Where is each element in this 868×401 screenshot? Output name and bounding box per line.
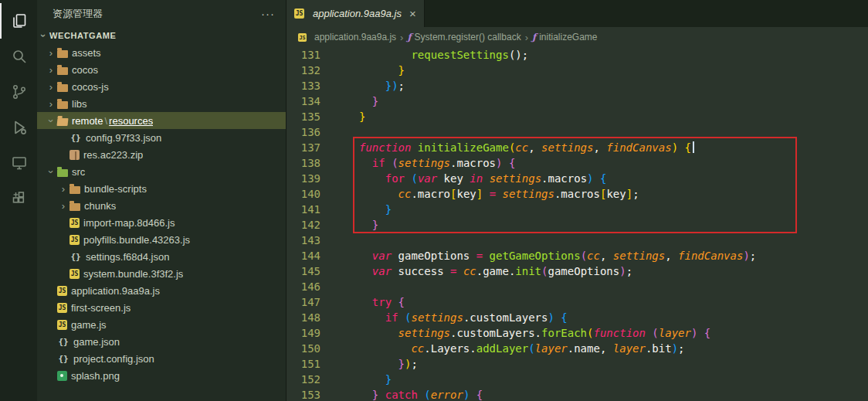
tree-item-first-screen-js[interactable]: ›first-screen.js [37, 299, 286, 316]
tree-item-settings-f68d4-json[interactable]: ›settings.f68d4.json [37, 248, 286, 265]
code-line-138[interactable]: 138 if (settings.macros) { [287, 155, 868, 171]
zip-icon [70, 150, 80, 160]
tree-item-label: system.bundle.3f3f2.js [83, 268, 183, 280]
code-line-150[interactable]: 150 cc.Layers.addLayer(layer.name, layer… [287, 341, 868, 356]
js-icon [70, 269, 80, 279]
code-text: } [359, 202, 392, 217]
tree-item-bundle-scripts[interactable]: ›bundle-scripts [37, 180, 286, 197]
code-line-137[interactable]: 137function initializeGame(cc, settings,… [287, 140, 868, 155]
tree-item-label: assets [72, 47, 101, 59]
tree-item-label: bundle-scripts [84, 183, 147, 195]
file-tree: ›assets›cocos›cocos-js›libs›remote\resou… [37, 44, 286, 401]
tree-item-res-ac223-zip[interactable]: ›res.ac223.zip [37, 146, 286, 163]
tree-item-label: libs [72, 98, 87, 110]
line-number: 152 [287, 372, 320, 387]
json-icon [57, 352, 70, 365]
line-number: 149 [287, 325, 320, 341]
explorer-icon[interactable] [0, 3, 37, 39]
code-line-151[interactable]: 151 }); [287, 356, 868, 372]
chevron-right-icon: › [57, 201, 70, 211]
tree-item-game-js[interactable]: ›game.js [37, 316, 286, 333]
tab-application-js[interactable]: application.9aa9a.js × [287, 0, 425, 27]
code-line-142[interactable]: 142 } [287, 217, 868, 233]
breadcrumb-item[interactable]: System.register() callback [407, 32, 520, 42]
line-number: 148 [287, 310, 320, 325]
breadcrumb-label: application.9aa9a.js [314, 32, 396, 42]
code-line-135[interactable]: 135} [287, 109, 868, 124]
run-debug-icon[interactable] [0, 110, 37, 145]
code-line-140[interactable]: 140 cc.macro[key] = settings.macros[key]… [287, 186, 868, 202]
tree-item-label: polyfills.bundle.43263.js [83, 234, 190, 246]
code-line-143[interactable]: 143 [287, 233, 868, 248]
tree-item-remote[interactable]: ›remote\resources [37, 112, 286, 129]
code-text: } [359, 63, 405, 78]
line-number: 147 [287, 294, 320, 310]
line-number: 134 [287, 93, 320, 109]
tree-item-assets[interactable]: ›assets [37, 44, 286, 61]
js-file-icon [298, 32, 307, 41]
code-line-131[interactable]: 131 requestSettings(); [287, 47, 868, 63]
code-editor[interactable]: 131 requestSettings();132 }133 });134 }1… [287, 47, 868, 401]
breadcrumb-separator: › [400, 32, 403, 43]
tree-item-import-map-8d466-js[interactable]: ›import-map.8d466.js [37, 214, 286, 231]
code-lines: 131 requestSettings();132 }133 });134 }1… [287, 47, 868, 401]
tree-item-game-json[interactable]: ›game.json [37, 333, 286, 350]
tree-item-cocos[interactable]: ›cocos [37, 61, 286, 78]
code-line-149[interactable]: 149 settings.customLayers.forEach(functi… [287, 325, 868, 341]
tree-item-label: application.9aa9a.js [71, 285, 160, 297]
tab-label: application.9aa9a.js [313, 8, 402, 19]
js-icon [70, 218, 80, 228]
tree-item-chunks[interactable]: ›chunks [37, 197, 286, 214]
breadcrumb-item[interactable]: application.9aa9a.js [297, 32, 396, 42]
editor-group: application.9aa9a.js × application.9aa9a… [287, 0, 868, 401]
tree-item-label: game.js [71, 319, 107, 331]
code-line-141[interactable]: 141 } [287, 202, 868, 217]
folder-icon [57, 84, 68, 92]
extensions-icon[interactable] [0, 181, 37, 216]
code-text: var success = cc.game.init(gameOptions); [359, 263, 632, 279]
code-line-139[interactable]: 139 for (var key in settings.macros) { [287, 171, 868, 186]
code-text: } [359, 109, 365, 124]
code-line-145[interactable]: 145 var success = cc.game.init(gameOptio… [287, 263, 868, 279]
folder-icon [57, 101, 68, 109]
code-text: settings.customLayers.forEach(function (… [359, 325, 710, 341]
breadcrumb-label: System.register() callback [415, 32, 521, 42]
more-actions-icon[interactable]: ··· [261, 7, 275, 20]
breadcrumb-item[interactable]: initializeGame [532, 32, 598, 42]
code-line-136[interactable]: 136 [287, 124, 868, 140]
code-line-153[interactable]: 153 } catch (error) { [287, 387, 868, 401]
search-icon[interactable] [0, 39, 37, 74]
tree-item-application-9aa9a-js[interactable]: ›application.9aa9a.js [37, 282, 286, 299]
js-icon [70, 235, 80, 245]
code-line-152[interactable]: 152 } [287, 372, 868, 387]
tree-item-config-97f33-json[interactable]: ›config.97f33.json [37, 129, 286, 146]
line-number: 137 [287, 140, 320, 155]
tree-item-polyfills-bundle-43263-js[interactable]: ›polyfills.bundle.43263.js [37, 231, 286, 248]
chevron-right-icon: › [45, 48, 57, 58]
close-icon[interactable]: × [409, 7, 416, 20]
code-line-133[interactable]: 133 }); [287, 78, 868, 93]
tree-item-libs[interactable]: ›libs [37, 95, 286, 112]
workspace-header[interactable]: › WECHATGAME [37, 27, 286, 44]
tree-item-src[interactable]: ›src [37, 163, 286, 180]
tree-item-project-config-json[interactable]: ›project.config.json [37, 350, 286, 367]
line-number: 145 [287, 263, 320, 279]
line-number: 139 [287, 171, 320, 186]
tree-item-label: import-map.8d466.js [83, 217, 175, 229]
breadcrumbs: application.9aa9a.js›System.register() c… [287, 27, 868, 47]
code-line-147[interactable]: 147 try { [287, 294, 868, 310]
remote-explorer-icon[interactable] [0, 145, 37, 181]
code-line-148[interactable]: 148 if (settings.customLayers) { [287, 310, 868, 325]
code-line-134[interactable]: 134 } [287, 93, 868, 109]
code-line-144[interactable]: 144 var gameOptions = getGameOptions(cc,… [287, 248, 868, 263]
source-control-icon[interactable] [0, 74, 37, 110]
code-line-146[interactable]: 146 [287, 279, 868, 294]
tree-item-cocos-js[interactable]: ›cocos-js [37, 78, 286, 95]
chevron-right-icon: › [45, 65, 57, 75]
chevron-down-icon: › [46, 114, 56, 127]
tree-item-splash-png[interactable]: ›splash.png [37, 367, 286, 384]
code-line-132[interactable]: 132 } [287, 63, 868, 78]
tree-item-label: src [72, 166, 85, 178]
code-text: } catch (error) { [359, 387, 483, 401]
tree-item-system-bundle-3f3f2-js[interactable]: ›system.bundle.3f3f2.js [37, 265, 286, 282]
